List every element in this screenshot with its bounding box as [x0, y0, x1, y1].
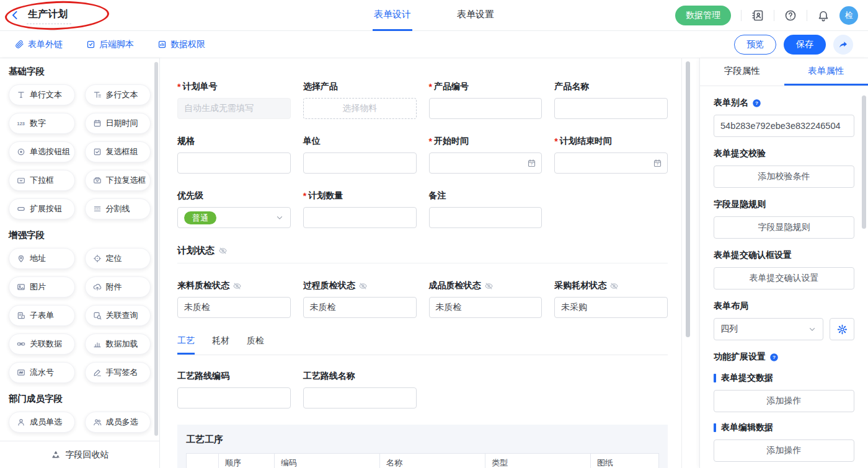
radio-icon [17, 148, 25, 156]
canvas-scrollbar[interactable] [686, 61, 690, 337]
remark-input[interactable] [429, 207, 542, 228]
svg-text:7: 7 [657, 162, 658, 166]
sidebar-scrollbar[interactable] [154, 62, 158, 436]
field-type-label: 子表单 [30, 310, 54, 321]
add-edit-action-button[interactable]: 添加操作 [714, 439, 854, 462]
form-alias-input[interactable] [714, 115, 854, 137]
product-code-input[interactable] [429, 98, 542, 119]
field-recycle-bin[interactable]: 字段回收站 [0, 441, 159, 468]
calendar-icon: 7 [653, 159, 662, 168]
field-type-pill[interactable]: 子表单 [9, 305, 75, 326]
spec-input[interactable] [177, 152, 291, 174]
member-single-icon [17, 418, 25, 426]
help-icon[interactable] [784, 9, 797, 22]
product-name-input[interactable] [554, 98, 668, 119]
field-type-pill[interactable]: 多行文本 [85, 84, 151, 105]
layout-select[interactable]: 四列 [714, 318, 823, 340]
relation-query-icon [93, 311, 102, 320]
eye-off-icon[interactable] [358, 281, 368, 291]
input-value: 未质检 [184, 302, 210, 313]
field-type-pill[interactable]: 下拉框 [9, 170, 75, 191]
field-type-pill[interactable]: 附件 [85, 276, 151, 298]
field-type-pill[interactable]: 123数字 [9, 113, 75, 134]
eye-off-icon[interactable] [218, 246, 228, 255]
field-visibility-button[interactable]: 字段显隐规则 [714, 216, 854, 239]
field-type-pill[interactable]: 地址 [9, 248, 75, 269]
field-type-pill[interactable]: 定位 [85, 248, 151, 269]
end-time-input[interactable]: 7 [554, 152, 668, 174]
field-label: 成品质检状态 [429, 280, 481, 291]
finished-qc-input[interactable]: 未质检 [429, 297, 542, 318]
input-value: 未采购 [561, 302, 587, 313]
field-type-pill[interactable]: 单选按钮组 [9, 141, 75, 162]
field-type-pill[interactable]: 成员多选 [85, 412, 151, 433]
field-type-pill[interactable]: 扩展按钮 [9, 198, 75, 219]
field-type-pill[interactable]: 成员单选 [9, 412, 75, 433]
field-type-pill[interactable]: 关联数据 [9, 333, 75, 355]
field-type-pill[interactable]: 流水号 [9, 362, 75, 383]
layout-settings-button[interactable] [830, 318, 854, 340]
external-link-button[interactable]: 表单外链 [15, 39, 63, 50]
back-icon[interactable] [10, 10, 20, 20]
field-type-pill[interactable]: 分割线 [85, 198, 151, 219]
contacts-icon[interactable] [751, 9, 764, 22]
field-label: 工艺路线名称 [303, 371, 355, 382]
header-cell-blank [187, 454, 219, 468]
field-plan-quantity: *计划数量 [303, 190, 417, 228]
submit-validation-label: 表单提交校验 [714, 148, 854, 159]
tab-form-design[interactable]: 表单设计 [373, 0, 412, 31]
props-scrollbar[interactable] [862, 95, 866, 229]
field-label: 计划单号 [182, 81, 217, 92]
subtab-process[interactable]: 工艺 [177, 335, 195, 355]
subtab-divider [177, 355, 668, 355]
subtab-quality[interactable]: 质检 [247, 335, 264, 355]
incoming-qc-input[interactable]: 未质检 [177, 297, 291, 318]
plan-quantity-input[interactable] [303, 207, 417, 228]
add-submit-action-button[interactable]: 添加操作 [714, 390, 854, 412]
plan-number-input[interactable]: 自动生成无需填写 [177, 98, 291, 119]
add-validation-button[interactable]: 添加校验条件 [714, 166, 854, 188]
process-qc-input[interactable]: 未质检 [303, 297, 417, 318]
data-manage-button[interactable]: 数据管理 [675, 6, 731, 25]
data-permission-button[interactable]: 数据权限 [157, 39, 205, 50]
field-type-label: 复选框组 [106, 146, 138, 157]
priority-select[interactable]: 普通 [177, 207, 291, 228]
field-type-pill[interactable]: 数据加载 [85, 333, 151, 355]
eye-off-icon[interactable] [484, 281, 494, 291]
field-type-label: 定位 [106, 253, 122, 264]
eye-off-icon[interactable] [232, 281, 242, 291]
purchase-status-input[interactable]: 未采购 [554, 297, 668, 318]
field-type-pill[interactable]: 下拉复选框 [85, 170, 151, 191]
avatar[interactable]: 检 [839, 6, 858, 25]
tab-form-properties[interactable]: 表单属性 [784, 58, 868, 86]
field-type-pill[interactable]: 图片 [9, 276, 75, 298]
share-button[interactable] [833, 35, 853, 55]
notification-bell-icon[interactable] [817, 9, 830, 22]
submit-confirm-button[interactable]: 表单提交确认设置 [714, 267, 854, 289]
select-material-picker[interactable]: 选择物料 [303, 98, 417, 119]
save-button[interactable]: 保存 [784, 35, 826, 55]
chevron-down-icon [808, 325, 817, 333]
backend-script-button[interactable]: 后端脚本 [86, 39, 134, 50]
tab-field-properties[interactable]: 字段属性 [700, 58, 784, 86]
unit-input[interactable] [303, 152, 417, 174]
subtab-consumables[interactable]: 耗材 [212, 335, 229, 355]
field-type-pill[interactable]: 手写签名 [85, 362, 151, 383]
start-time-input[interactable]: 7 [429, 152, 542, 174]
route-name-input[interactable] [303, 387, 417, 408]
field-type-pill[interactable]: 复选框组 [85, 141, 151, 162]
route-code-input[interactable] [177, 387, 291, 408]
field-type-pill[interactable]: 单行文本 [9, 84, 75, 105]
page-title[interactable]: 生产计划 [27, 7, 71, 24]
header-left: 生产计划 [10, 0, 233, 30]
preview-button[interactable]: 预览 [734, 35, 776, 55]
enhanced-fields-grid: 地址定位图片附件子表单关联查询关联数据数据加载流水号手写签名 [9, 248, 151, 383]
field-type-pill[interactable]: 关联查询 [85, 305, 151, 326]
eye-off-icon[interactable] [609, 281, 619, 291]
field-route-name: 工艺路线名称 [303, 370, 417, 408]
help-icon[interactable]: ? [752, 99, 761, 108]
extension-settings-label: 功能扩展设置 ? [714, 351, 854, 363]
help-icon[interactable]: ? [769, 353, 779, 362]
field-type-pill[interactable]: 日期时间 [85, 113, 151, 134]
tab-form-settings[interactable]: 表单设置 [456, 0, 495, 31]
